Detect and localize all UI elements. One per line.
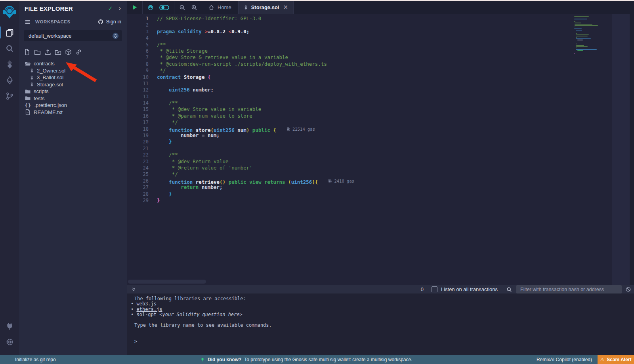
zoom-group	[174, 1, 202, 14]
tab-home[interactable]: Home	[202, 1, 238, 14]
editor-right-edge	[630, 1, 634, 285]
scam-alert-button[interactable]: ⚠ Scam Alert	[598, 355, 634, 364]
rail-bottom-group	[0, 318, 19, 350]
solidity-file-icon	[30, 75, 34, 80]
code-line-10: contract Storage {	[157, 74, 611, 80]
line-number: 16	[127, 113, 154, 119]
code-line-29: }	[157, 197, 611, 204]
code-editor[interactable]: 1234567891011121314151617181920212223242…	[127, 14, 611, 285]
close-tab-icon[interactable]: ×	[283, 4, 288, 10]
file-2_Owner.sol[interactable]: 2_Owner.sol	[19, 67, 127, 74]
upload-folder-button[interactable]	[55, 49, 61, 55]
file-README.txt[interactable]: README.txt	[19, 109, 127, 116]
minimap-line	[575, 27, 575, 27]
sign-in-button[interactable]: Sign in	[97, 19, 121, 25]
vertical-scrollbar[interactable]	[612, 14, 630, 285]
rail-search[interactable]	[0, 40, 19, 56]
code-line-11	[157, 80, 611, 87]
listen-transactions-label: Listen on all transactions	[441, 286, 498, 292]
code-line-20: }	[157, 139, 611, 145]
rail-deploy-run[interactable]	[0, 72, 19, 88]
init-git-repo-button[interactable]: Initialize as git repo	[15, 357, 56, 362]
line-number: 29	[127, 197, 154, 204]
copilot-status[interactable]: RemixAI Copilot (enabled)	[537, 357, 592, 362]
minimap-line	[574, 20, 611, 21]
workspace-select[interactable]: default_workspace	[24, 30, 122, 41]
icon-rail	[0, 1, 19, 355]
minimap-line	[577, 50, 583, 51]
minimap-line	[574, 21, 575, 22]
link-button[interactable]	[75, 49, 82, 55]
cube-button[interactable]	[65, 49, 72, 55]
file-scripts[interactable]: scripts	[19, 88, 127, 95]
minimap-line	[576, 51, 576, 52]
line-number: 14	[127, 100, 154, 106]
chevron-right-icon[interactable]: ›	[118, 5, 121, 12]
check-icon[interactable]: ✓	[108, 6, 113, 11]
minimap-line	[575, 23, 581, 23]
solidity-file-icon	[30, 82, 34, 87]
rail-plugin-manager[interactable]	[0, 318, 19, 334]
run-group	[127, 1, 142, 14]
workspace-name: default_workspace	[29, 33, 71, 39]
new-file-button[interactable]	[24, 49, 31, 55]
solidity-file-icon	[30, 68, 34, 73]
minimap-line	[576, 48, 577, 48]
line-number: 1	[127, 15, 154, 22]
file-.prettierrc.json[interactable]: {}.prettierrc.json	[19, 102, 127, 109]
file-contracts[interactable]: contracts	[19, 60, 127, 67]
minimap-line	[574, 17, 611, 18]
line-number: 10	[127, 74, 154, 80]
file-label: tests	[34, 95, 44, 101]
code-line-23: * @dev Return value	[157, 158, 611, 165]
listen-transactions-checkbox[interactable]	[432, 286, 437, 292]
line-number: 2	[127, 22, 154, 28]
terminal-line: • ethers.js	[131, 307, 634, 312]
terminal-link-web3.js[interactable]: web3.js	[136, 301, 157, 307]
rail-solidity-compiler[interactable]	[0, 56, 19, 72]
new-folder-button[interactable]	[34, 49, 41, 55]
code-line-27: return number;	[157, 184, 611, 191]
minimap-line	[574, 42, 611, 43]
zoom-out-button[interactable]	[179, 4, 185, 11]
hamburger-menu-icon[interactable]	[25, 19, 31, 25]
upload-file-icon	[44, 49, 51, 55]
code-line-15: * @dev Store value in variable	[157, 106, 611, 112]
home-tab-label: Home	[218, 4, 231, 10]
transaction-filter-input[interactable]	[516, 285, 622, 293]
minimap-line	[576, 34, 589, 35]
minimap[interactable]	[573, 16, 611, 54]
remixai-button[interactable]	[147, 4, 154, 11]
rail-file-explorer[interactable]	[0, 25, 19, 40]
minimap-line	[574, 16, 589, 17]
file-Storage.sol[interactable]: Storage.sol	[19, 81, 127, 88]
collapse-terminal-button[interactable]	[131, 287, 136, 292]
terminal-search-button[interactable]	[506, 287, 512, 292]
terminal-toolbar-right: 0 Listen on all transactions	[421, 285, 634, 293]
upload-file-button[interactable]	[44, 49, 51, 55]
file-3_Ballot.sol[interactable]: 3_Ballot.sol	[19, 74, 127, 81]
terminal-link-ethers.js[interactable]: ethers.js	[136, 307, 162, 312]
line-number: 12	[127, 87, 154, 93]
code-line-3: pragma solidity >=0.8.2 <0.9.0;	[157, 29, 611, 35]
ai-group	[143, 1, 174, 14]
clear-filter-icon[interactable]	[625, 286, 631, 292]
file-explorer-panel: FILE EXPLORER ✓ › WORKSPACES Sign in def…	[19, 1, 127, 355]
workspaces-row: WORKSPACES Sign in	[19, 17, 127, 27]
rail-settings[interactable]	[0, 334, 19, 350]
rail-git[interactable]	[0, 88, 19, 104]
line-number: 24	[127, 165, 154, 171]
horizontal-scrollbar-thumb[interactable]	[128, 280, 206, 284]
line-number: 5	[127, 42, 154, 48]
minimap-line	[574, 32, 611, 32]
run-script-button[interactable]	[132, 4, 137, 10]
code-line-22: /**	[157, 152, 611, 158]
file-tests[interactable]: tests	[19, 95, 127, 102]
new-folder-icon	[34, 49, 41, 55]
terminal-output[interactable]: The following libraries are accessible:•…	[127, 293, 634, 355]
toggle-on-icon	[159, 5, 169, 10]
tab-storage-sol[interactable]: Storage.sol ×	[238, 1, 294, 14]
zoom-in-button[interactable]	[191, 4, 197, 11]
terminal-prompt[interactable]: >	[131, 339, 634, 344]
copilot-toggle[interactable]	[159, 5, 169, 10]
